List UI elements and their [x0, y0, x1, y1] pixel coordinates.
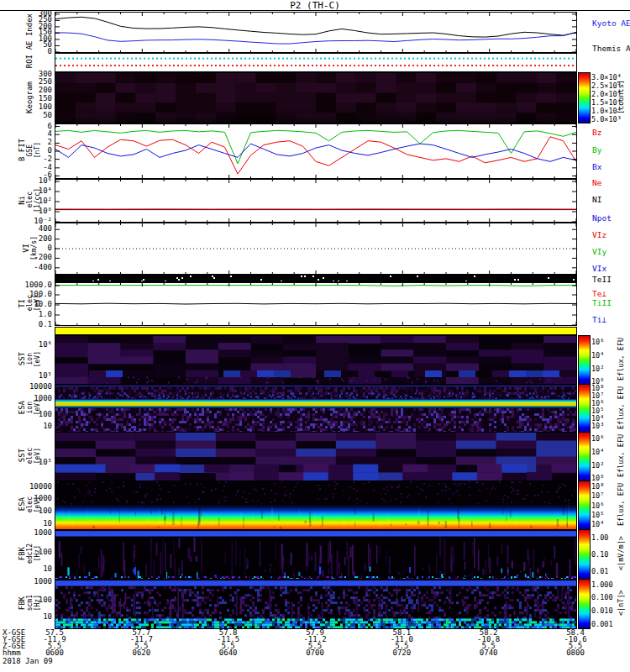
top-frame-line [0, 10, 630, 11]
spectrogram-fbk_edc [55, 530, 576, 579]
date-label: 2018 Jan 09 [3, 657, 53, 665]
colorbar-tick-sst_elec: 10⁶ [591, 435, 604, 442]
colorbar-tick-esa_ion: 10⁵ [591, 407, 604, 414]
right-label-ti: Ti⊥ [592, 316, 606, 324]
colorbar-keogram [578, 72, 591, 123]
colorbar-tick-esa_elec: 10⁸ [591, 483, 604, 490]
panel-sst_ion [55, 335, 577, 385]
right-label-ni: NI [592, 196, 601, 204]
panel-ni [55, 179, 577, 223]
colorbar-tick-sst_elec: 10⁰ [591, 475, 604, 481]
trace-Themis AE [55, 17, 576, 37]
colorbar-tick-esa_ion: 10⁶ [591, 400, 604, 407]
ylabel-line: [1/cc] [34, 188, 41, 213]
panel-esa_elec [55, 480, 577, 530]
plot-window: P2 (TH-C) 300250200150100500AE IndexKyot… [0, 0, 630, 672]
ylabel-line: elec [26, 448, 34, 464]
ylabel-line: ion [26, 402, 34, 413]
ylabel-fbk_edc: FBKedc12[Hz] [8, 529, 50, 578]
axis-value-hhmm: 0720 [368, 649, 435, 657]
ylabel-line: TI [18, 299, 26, 308]
colorbar-tick-esa_ion: 10⁸ [591, 385, 604, 391]
spectrogram-sst_elec [55, 433, 576, 480]
ylabel-line: elec [26, 192, 34, 207]
panel-ae [55, 12, 577, 53]
trace-By [55, 130, 576, 163]
panel-fbk_edc [55, 529, 577, 580]
panel-sst_elec [55, 432, 577, 481]
panel-temp [55, 282, 577, 326]
axis-value-hhmm: 0800 [542, 649, 609, 657]
ylabel-line: GSE [26, 144, 34, 156]
trace-Bz [55, 137, 576, 174]
panel-esa_ion [55, 384, 577, 433]
right-label-by: By [592, 146, 601, 155]
right-label-bz: Bz [592, 129, 601, 137]
colorbar-tick-sst_ion: 10⁶ [591, 339, 604, 345]
colorbar-sst_ion [578, 335, 591, 385]
ylabel-sst_elec: SSTelec[eV] [8, 432, 50, 480]
ylabel-line: ROI [25, 55, 34, 68]
panel-vi [55, 223, 577, 275]
right-label-npot: Npot [592, 214, 612, 223]
axis-value-hhmm: 0740 [455, 649, 522, 657]
right-label-viy: VIy [592, 248, 606, 256]
ylabel-esa_ion: ESAion[eV] [8, 384, 50, 431]
ylabel-line: elec [26, 496, 34, 512]
right-label-ne: Ne [592, 179, 601, 187]
ylabel-line: B FIT [18, 139, 26, 161]
ylabel-ni: Nielec[1/cc] [8, 179, 50, 221]
colorbar-tick-esa_elec: 10⁴ [591, 521, 604, 528]
ylabel-line: edc12 [26, 543, 34, 564]
colorbar-tick-esa_elec: 10⁷ [591, 492, 604, 499]
colorbar-tick-sst_elec: 10² [591, 462, 604, 469]
ylabel-line: [Hz] [34, 545, 41, 561]
right-label-bx: Bx [592, 163, 601, 171]
right-label-teii: TeII [592, 276, 612, 284]
ylabel-line: [nT] [34, 142, 41, 158]
ylabel-keogram: Keogram [8, 72, 50, 122]
colorbar-esa_elec [578, 480, 591, 530]
colorbar-unit-esa_elec: Eflux, EFU [617, 480, 625, 528]
ylabel-esa_elec: ESAelec[eV] [8, 480, 50, 528]
ylabel-line: elec [26, 295, 34, 311]
colorbar-tick-esa_elec: 10⁶ [591, 502, 604, 509]
colorbar-tick-fbk_scm: 0.100 [591, 594, 613, 601]
right-label-tiii: TiII [592, 299, 612, 307]
ylabel-line: [eV] [34, 496, 41, 512]
spectrogram-sst_ion [55, 336, 576, 384]
ylabel-line: ESA [18, 497, 26, 511]
ylabel-line: [eV] [34, 399, 41, 415]
ylabel-sst_ion: SSTion[eV] [8, 335, 50, 383]
axis-value-hhmm: 0620 [108, 649, 175, 657]
ylabel-line: [Hz] [34, 595, 41, 611]
panel-tell_bar [55, 275, 577, 282]
colorbar-tick-esa_ion: 10⁷ [591, 392, 604, 399]
panel-bfit [55, 123, 577, 179]
ylabel-line: ESA [18, 401, 26, 414]
lineplot-bfit [55, 124, 576, 178]
spectrogram-fbk_scm [55, 580, 576, 628]
ylabel-line: scm1 [26, 595, 34, 611]
ylabel-line: [eV] [34, 295, 41, 311]
colorbar-unit-sst_ion: Eflux, EFU [617, 335, 625, 383]
colorbar-fbk_edc [578, 529, 591, 580]
colorbar-unit-fbk_edc: <|mV/m|> [617, 529, 625, 578]
ylabel-line: VI [22, 244, 30, 253]
colorbar-tick-esa_ion: 10⁴ [591, 415, 604, 422]
ylabel-line: SST [18, 449, 26, 462]
colorbar-unit-sst_elec: Eflux, EFU [617, 432, 625, 480]
ylabel-ae: AE Index [8, 12, 50, 51]
ylabel-vi: VI[km/s] [8, 223, 50, 273]
spectrogram-keogram [55, 73, 576, 123]
right-label-viz: VIz [592, 231, 606, 239]
ylabel-temp: TIelec[eV] [8, 282, 50, 324]
lineplot-vi [55, 223, 576, 274]
right-label-vix: VIx [592, 265, 606, 273]
colorbar-unit-keogram: [counts] [617, 72, 625, 122]
colorbar-tick-sst_elec: 10⁴ [591, 449, 604, 455]
colorbar-unit-fbk_scm: <|nT|> [617, 579, 625, 627]
colorbar-tick-fbk_edc: 1.00 [591, 534, 608, 541]
spectrogram-roi_bar [55, 328, 576, 334]
colorbar-esa_ion [578, 384, 591, 433]
